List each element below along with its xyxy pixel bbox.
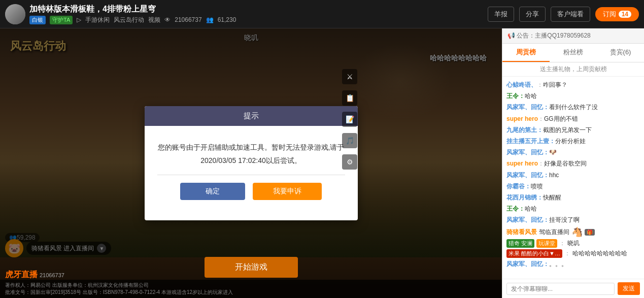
chat-text: 截图的兄弟发一下 <box>543 126 592 134</box>
chat-text: 晓叽 <box>567 239 580 248</box>
subscribe-count: 14 <box>619 11 631 18</box>
confirm-button[interactable]: 确定 <box>180 183 245 200</box>
chat-text: GG用的不错 <box>544 115 578 122</box>
tab-weekly[interactable]: 周贡榜 <box>502 44 550 62</box>
customer-button[interactable]: 客户端看 <box>551 7 590 22</box>
view-count: 👁 <box>164 16 171 23</box>
appeal-button[interactable]: 我要申诉 <box>253 183 322 200</box>
announce-icon: 📢 <box>507 32 515 39</box>
chat-text: hhc <box>549 172 559 179</box>
icon-4[interactable]: 🎵 <box>342 133 357 148</box>
list-item: 九尾的第土：截图的兄弟发一下 <box>506 125 640 135</box>
dialog: 提示 您的账号由于开启辅助或加速工具。暂时无法登录游戏,请于2020/03/05… <box>145 106 358 220</box>
chat-text: 哈哈 <box>525 92 537 100</box>
chat-name: 挂主播五开上壹： <box>506 138 555 145</box>
side-panel: 📢 公告：主播QQ1978059628 周贡榜 粉丝榜 贵宾(6) 送主播礼物，… <box>502 28 644 298</box>
chat-input[interactable] <box>506 283 615 295</box>
subscribe-label: 订阅 <box>603 10 616 19</box>
license-text: 批准文号：国新出审[2019]3518号 出版号：ISBN978-7-498-0… <box>5 289 497 296</box>
icon-3[interactable]: 📝 <box>342 112 357 127</box>
chat-name: 风家军、回忆： <box>506 172 549 179</box>
dialog-message: 您的账号由于开启辅助或加速工具。暂时无法登录游戏,请于2020/03/05 17… <box>158 143 345 164</box>
top-right-actions: 羊报 分享 客户端看 订阅 14 <box>488 7 639 22</box>
list-item: 花西月锦绣：快醒醒 <box>506 193 640 203</box>
icon-2[interactable]: 📋 <box>342 90 357 106</box>
type-label: 视频 <box>148 16 160 24</box>
badge-course: 玩课堂 <box>536 239 557 248</box>
chat-send-button[interactable]: 发送 <box>618 282 640 295</box>
chat-text: 分析分析娃 <box>555 138 586 145</box>
subscribe-button[interactable]: 订阅 14 <box>595 7 639 21</box>
icon-5[interactable]: ⚙ <box>342 154 357 170</box>
list-item: 风家军、回忆：🐶 <box>506 148 640 157</box>
game-name: 手游休闲 <box>85 16 110 24</box>
guard-badge: 守护TA <box>50 16 73 24</box>
stream-title: 加特林版本滑板鞋，4排带粉上星穹 <box>29 4 236 15</box>
chat-name: 王令： <box>506 92 525 100</box>
list-item: 猎奇 安澜 玩课堂 ： 晓叽 <box>506 239 640 248</box>
top-bar: 加特林版本滑板鞋，4排带粉上星穹 白银 守护TA ▷ 手游休闲 风云岛行动 视频… <box>0 0 644 28</box>
share-button[interactable]: 分享 <box>519 7 546 22</box>
tab-vip[interactable]: 贵宾(6) <box>597 44 644 62</box>
gift-icon: 🎁 <box>585 229 595 236</box>
list-item: 风家军、回忆：挂哥没了啊 <box>506 215 640 225</box>
start-game-button[interactable]: 开始游戏 <box>205 257 298 278</box>
chat-text: 咋回事？ <box>543 81 567 88</box>
list-item: 心鲸咚语、：咋回事？ <box>506 80 640 90</box>
list-item: 你霸谷：喷喷 <box>506 182 640 191</box>
huya-text: 虎牙直播 <box>5 270 38 280</box>
zone-name: 风云岛行动 <box>114 16 144 24</box>
chat-text: 驾临直播间 <box>539 228 569 237</box>
list-item: super hero：GG用的不错 <box>506 114 640 124</box>
badge-red: 米果 酷酷的小白▼… <box>506 249 562 258</box>
dialog-divider <box>157 175 345 175</box>
list-item: 王令：哈哈 <box>506 91 640 101</box>
chat-name: 风家军、回忆： <box>506 104 549 111</box>
list-item: 骑猪看风景 驾临直播间 🐴 🎁 <box>506 226 640 238</box>
right-icons: ⚔ 📋 📝 🎵 ⚙ <box>342 69 357 170</box>
view-count-num: 21066737 <box>175 16 201 23</box>
tab-fans[interactable]: 粉丝榜 <box>550 44 597 62</box>
chat-name: 花西月锦绣： <box>506 194 543 201</box>
chat-name: 骑猪看风景 <box>506 228 537 237</box>
chat-text: 好像是谷歌空间 <box>544 160 587 167</box>
chat-name: 风家军、回忆： <box>506 260 549 268</box>
bottom-bar: 著作权人：网易公司 出版服务单位：杭州汉家文化传播有限公司 批准文号：国新出审[… <box>0 280 502 298</box>
stream-meta: 白银 守护TA ▷ 手游休闲 风云岛行动 视频 👁 21066737 👥 61,… <box>29 16 236 24</box>
send-gift-label[interactable]: 送主播礼物，上周贡献榜 <box>502 62 644 77</box>
chat-text: 快醒醒 <box>543 194 561 201</box>
badge-green: 猎奇 安澜 <box>506 239 534 248</box>
fan-icon: 👥 <box>206 16 214 23</box>
chat-text: 哈哈哈哈哈哈哈哈哈 <box>572 249 627 258</box>
huya-view-id: 21066737 <box>40 272 64 278</box>
chat-name: 王令： <box>506 205 525 212</box>
copyright-text: 著作权人：网易公司 出版服务单位：杭州汉家文化传播有限公司 <box>5 282 497 289</box>
dialog-title: 提示 <box>145 106 358 126</box>
announce-text: 公告：主播QQ1978059628 <box>517 32 590 39</box>
chat-text: 挂哥没了啊 <box>549 216 580 223</box>
dialog-body: 您的账号由于开启辅助或加速工具。暂时无法登录游戏,请于2020/03/05 17… <box>145 126 358 220</box>
level-badge: 白银 <box>29 16 46 24</box>
list-item: 风家军、回忆：hhc <box>506 171 640 180</box>
chat-text: 哈哈 <box>525 205 537 212</box>
side-tabs: 周贡榜 粉丝榜 贵宾(6) <box>502 44 644 62</box>
list-item: super hero：好像是谷歌空间 <box>506 159 640 169</box>
chat-text: 看到什么软件了没 <box>549 104 598 111</box>
icon-1[interactable]: ⚔ <box>342 69 357 84</box>
horse-icon: 🐴 <box>571 226 583 238</box>
chat-name: 风家军、回忆： <box>506 216 549 223</box>
report-button[interactable]: 羊报 <box>488 7 514 22</box>
chat-text: 🐶 <box>549 149 557 156</box>
dialog-buttons: 确定 我要申诉 <box>157 183 345 210</box>
huya-logo: 虎牙直播 21066737 <box>5 270 64 280</box>
chat-text: 。。。 <box>549 260 567 268</box>
list-item: 米果 酷酷的小白▼… ： 哈哈哈哈哈哈哈哈哈 <box>506 249 640 258</box>
list-item: 风家军、回忆：。。。 <box>506 259 640 269</box>
list-item: 挂主播五开上壹：分析分析娃 <box>506 137 640 146</box>
title-section: 加特林版本滑板鞋，4排带粉上星穹 白银 守护TA ▷ 手游休闲 风云岛行动 视频… <box>29 4 236 24</box>
list-item: 王令：哈哈 <box>506 204 640 214</box>
video-area: 风云岛行动 晓叽 哈哈哈哈哈哈哈哈 👥59,298 🐷 骑猪看风景 进入直播间 … <box>0 28 502 298</box>
chat-name: 风家军、回忆： <box>506 149 549 156</box>
chat-name: 九尾的第土： <box>506 126 543 134</box>
chat-area: 心鲸咚语、：咋回事？ 王令：哈哈 风家军、回忆：看到什么软件了没 super h… <box>502 77 644 279</box>
